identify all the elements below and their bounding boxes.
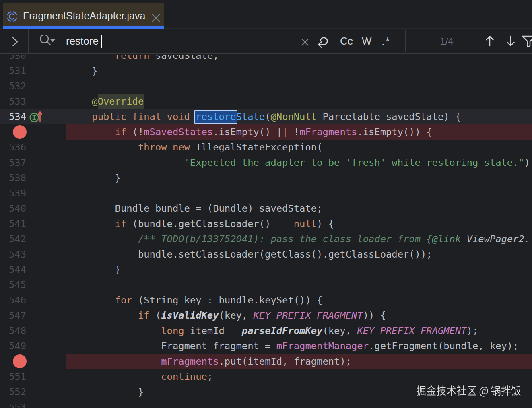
breakpoint-icon[interactable] (13, 354, 27, 368)
code-text: return savedState; (69, 55, 219, 63)
line-number[interactable]: 545 (0, 277, 26, 293)
next-match-icon[interactable] (505, 35, 517, 47)
code-text: } (69, 170, 121, 185)
implements-method-gutter-icon[interactable] (28, 109, 44, 124)
code-text: for (String key : bundle.keySet()) { (69, 293, 322, 308)
file-tab-title: FragmentStateAdapter.java (23, 0, 145, 23)
expand-search-chevron-icon[interactable] (10, 36, 20, 46)
previous-match-icon[interactable] (484, 35, 496, 47)
code-line-538: 538 } (0, 170, 532, 185)
search-history-icon[interactable] (39, 35, 57, 49)
line-number[interactable]: 533 (0, 94, 26, 109)
code-line-537: 537 "Expected the adapter to be 'fresh' … (0, 155, 532, 170)
gutter-separator (66, 55, 66, 408)
code-line-530: 530 return savedState; (0, 55, 532, 63)
line-number[interactable]: 540 (0, 201, 26, 216)
code-line-551: 551 continue; (0, 369, 532, 384)
line-number[interactable]: 534 (0, 109, 26, 124)
breakpoint-icon[interactable] (13, 125, 27, 139)
watermark-text-svg (416, 383, 522, 399)
code-line-534: 534 public final void restoreState(@NonN… (0, 109, 532, 124)
code-text: mFragments.put(itemId, fragment); (69, 354, 351, 369)
code-text: public final void restoreState(@NonNull … (69, 109, 461, 124)
code-line-542: 542 /** TODO(b/133752041): pass the clas… (0, 231, 532, 247)
match-count: 1/4 (423, 29, 471, 53)
code-text: if (!mSavedStates.isEmpty() || !mFragmen… (69, 124, 432, 140)
code-line-547: 547 if (isValidKey(key, KEY_PREFIX_FRAGM… (0, 308, 532, 323)
code-line-546: 546 for (String key : bundle.keySet()) { (0, 293, 532, 308)
watermark (416, 383, 522, 399)
java-class-icon (6, 10, 18, 23)
code-editor[interactable]: 530 return savedState;531 }532533 @Overr… (0, 55, 532, 408)
code-text: @Override (69, 94, 144, 109)
code-text: throw new IllegalStateException( (69, 140, 322, 155)
line-number[interactable]: 532 (0, 78, 26, 94)
code-text: Bundle bundle = (Bundle) savedState; (69, 201, 322, 216)
line-number[interactable]: 530 (0, 55, 26, 63)
code-text: } (69, 63, 98, 78)
match-case-toggle[interactable]: Cc (340, 29, 353, 53)
line-number[interactable]: 531 (0, 63, 26, 78)
clear-search-icon[interactable] (301, 38, 309, 47)
line-number[interactable]: 553 (0, 400, 26, 408)
code-lines: 530 return savedState;531 }532533 @Overr… (0, 55, 532, 408)
search-input[interactable]: restore (66, 29, 99, 53)
line-number[interactable]: 541 (0, 216, 26, 231)
find-toolbar: restore Cc W .* 1/4 (0, 29, 532, 54)
line-number[interactable]: 542 (0, 231, 26, 247)
text-caret (101, 35, 102, 48)
line-number[interactable]: 536 (0, 140, 26, 155)
code-text: bundle.setClassLoader(getClass().getClas… (69, 247, 432, 262)
line-number[interactable]: 539 (0, 185, 26, 201)
divider (405, 30, 406, 52)
code-line-536: 536 throw new IllegalStateException( (0, 140, 532, 155)
divider (28, 29, 29, 53)
filter-funnel-icon[interactable] (522, 35, 532, 48)
code-line-544: 544 } (0, 262, 532, 277)
code-line-543: 543 bundle.setClassLoader(getClass().get… (0, 247, 532, 262)
line-number[interactable]: 549 (0, 338, 26, 354)
active-tab-indicator (3, 26, 164, 29)
code-line-531: 531 } (0, 63, 532, 78)
editor-tab-bar: FragmentStateAdapter.java (0, 0, 532, 29)
code-text: } (69, 384, 144, 400)
code-line-533: 533 @Override (0, 94, 532, 109)
line-number[interactable]: 538 (0, 170, 26, 185)
code-line-540: 540 Bundle bundle = (Bundle) savedState; (0, 201, 532, 216)
code-text: } (69, 262, 121, 277)
line-number[interactable]: 547 (0, 308, 26, 323)
line-number[interactable]: 552 (0, 384, 26, 400)
code-text: if (bundle.getClassLoader() == null) { (69, 216, 334, 231)
line-number[interactable]: 551 (0, 369, 26, 384)
insert-newline-icon[interactable] (316, 35, 330, 49)
code-text: Fragment fragment = mFragmentManager.get… (69, 338, 519, 354)
line-number[interactable]: 543 (0, 247, 26, 262)
code-text: continue; (69, 369, 213, 384)
code-text: "Expected the adapter to be 'fresh' whil… (69, 155, 532, 170)
regex-toggle[interactable]: .* (381, 29, 391, 53)
code-line-532: 532 (0, 78, 532, 94)
code-line-535: if (!mSavedStates.isEmpty() || !mFragmen… (0, 124, 532, 140)
code-line-539: 539 (0, 185, 532, 201)
code-text: long itemId = parseIdFromKey(key, KEY_PR… (69, 323, 478, 338)
code-line-548: 548 long itemId = parseIdFromKey(key, KE… (0, 323, 532, 338)
line-number[interactable]: 544 (0, 262, 26, 277)
whole-words-toggle[interactable]: W (362, 29, 372, 53)
line-number[interactable]: 537 (0, 155, 26, 170)
code-line-545: 545 (0, 277, 532, 293)
tab-close-icon[interactable] (151, 13, 161, 23)
code-text: /** TODO(b/133752041): pass the class lo… (69, 231, 530, 247)
code-line-550: mFragments.put(itemId, fragment); (0, 354, 532, 369)
line-number[interactable]: 548 (0, 323, 26, 338)
code-text: if (isValidKey(key, KEY_PREFIX_FRAGMENT)… (69, 308, 386, 323)
code-line-541: 541 if (bundle.getClassLoader() == null)… (0, 216, 532, 231)
line-number[interactable]: 546 (0, 293, 26, 308)
code-line-553: 553 (0, 400, 532, 408)
code-line-549: 549 Fragment fragment = mFragmentManager… (0, 338, 532, 354)
